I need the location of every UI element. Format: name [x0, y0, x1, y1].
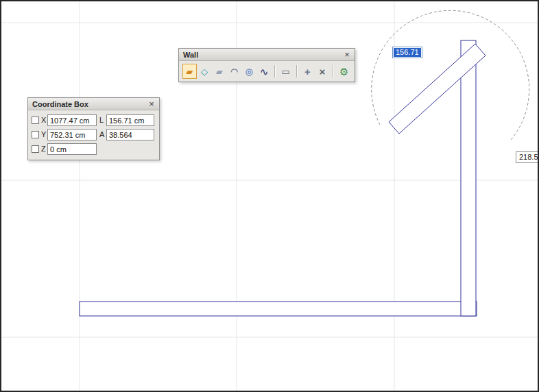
- z-label: Z: [40, 145, 47, 153]
- snap-break-tool-button[interactable]: ×: [315, 64, 330, 79]
- close-icon[interactable]: ×: [342, 50, 352, 60]
- coordinate-box-title: Coordinate Box: [32, 100, 147, 108]
- coordinate-box-titlebar[interactable]: Coordinate Box ×: [28, 98, 159, 110]
- length-tracker-value: 156.71: [394, 48, 421, 57]
- chained-wall-icon: ◇: [201, 67, 208, 76]
- spline-wall-tool-button[interactable]: ∿: [257, 64, 272, 79]
- snap-cross-icon: +: [304, 66, 311, 77]
- snap-break-icon: ×: [320, 66, 326, 77]
- wall-toolbar-palette: Wall × ▰ ◇ ▰ ◠ ◎ ∿ ▭: [178, 48, 355, 82]
- x-label: X: [40, 116, 47, 124]
- cad-floor-plan-window: 156.71 218.5 Wall × ▰ ◇ ▰ ◠ ◎: [0, 0, 539, 392]
- x-checkbox[interactable]: [32, 117, 39, 124]
- trapezoid-wall-tool-button[interactable]: ▭: [278, 64, 293, 79]
- x-coordinate-field[interactable]: 1077.47 cm: [47, 114, 97, 126]
- straight-wall-tool-button[interactable]: ▰: [182, 64, 197, 79]
- angle-field[interactable]: 38.564: [106, 129, 154, 140]
- wall-toolbar-row: ▰ ◇ ▰ ◠ ◎ ∿ ▭ +: [179, 61, 355, 82]
- snap-cross-tool-button[interactable]: +: [300, 64, 315, 79]
- y-checkbox[interactable]: [32, 131, 39, 138]
- chained-wall-tool-button[interactable]: ◇: [197, 64, 212, 79]
- radius-tracker-input[interactable]: 218.5: [516, 151, 539, 163]
- slab-wall-icon: ▰: [216, 67, 223, 76]
- length-field[interactable]: 156.71 cm: [106, 114, 154, 126]
- z-coordinate-field[interactable]: 0 cm: [47, 143, 97, 155]
- coordinate-box-palette: Coordinate Box × X 1077.47 cm L 156.71 c…: [27, 97, 160, 160]
- close-icon[interactable]: ×: [147, 99, 156, 109]
- toolbar-separator: [274, 65, 275, 77]
- radius-tracker-value: 218.5: [519, 153, 538, 161]
- horizontal-wall[interactable]: [80, 302, 477, 316]
- spline-wall-icon: ∿: [260, 66, 269, 77]
- circle-wall-tool-button[interactable]: ◎: [242, 64, 256, 79]
- length-label: L: [97, 116, 106, 124]
- toolbar-separator: [296, 65, 297, 77]
- vertical-wall[interactable]: [461, 40, 476, 316]
- slab-wall-tool-button[interactable]: ▰: [212, 64, 226, 79]
- y-coordinate-field[interactable]: 752.31 cm: [47, 129, 97, 140]
- angle-label: A: [97, 130, 106, 138]
- toolbar-separator: [333, 65, 333, 77]
- gears-icon: ⚙: [339, 66, 348, 77]
- straight-wall-icon: ▰: [186, 67, 193, 76]
- circle-wall-icon: ◎: [245, 67, 253, 76]
- trapezoid-wall-icon: ▭: [281, 67, 289, 76]
- y-label: Y: [40, 130, 47, 138]
- coordinate-box-body: X 1077.47 cm L 156.71 cm Y 752.31 cm A 3…: [28, 110, 159, 160]
- z-checkbox[interactable]: [32, 145, 39, 153]
- curved-wall-icon: ◠: [230, 67, 238, 76]
- wall-settings-button[interactable]: ⚙: [337, 64, 351, 79]
- length-tracker-input[interactable]: 156.71: [392, 47, 422, 58]
- wall-palette-title: Wall: [183, 51, 342, 59]
- wall-palette-titlebar[interactable]: Wall ×: [179, 49, 355, 61]
- curved-wall-tool-button[interactable]: ◠: [227, 64, 241, 79]
